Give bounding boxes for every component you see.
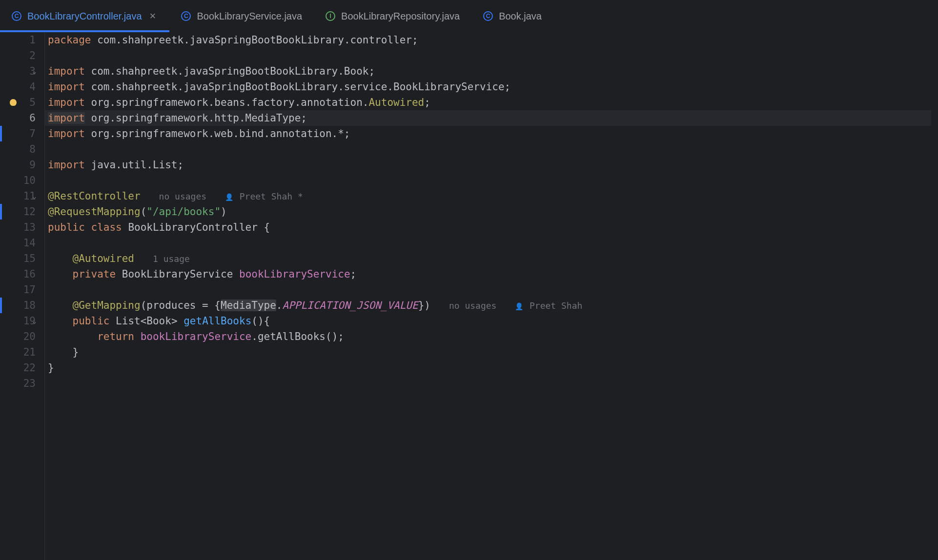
line-number[interactable]: 20 bbox=[0, 329, 36, 344]
line-number[interactable]: 16 bbox=[0, 266, 36, 282]
change-marker[interactable] bbox=[0, 204, 2, 220]
line-number[interactable]: 18 bbox=[0, 298, 36, 313]
lightbulb-icon[interactable] bbox=[10, 99, 17, 106]
tab-label: BookLibraryController.java bbox=[27, 11, 142, 22]
line-number[interactable]: 15 bbox=[0, 251, 36, 266]
code-line-4[interactable]: import com.shahpreetk.javaSpringBootBook… bbox=[48, 79, 938, 95]
line-number[interactable]: 4 bbox=[0, 79, 36, 95]
class-icon: C bbox=[483, 11, 493, 21]
line-number[interactable]: 22 bbox=[0, 360, 36, 376]
line-number[interactable]: 6 bbox=[0, 110, 36, 126]
code-line-3[interactable]: import com.shahpreetk.javaSpringBootBook… bbox=[48, 63, 938, 79]
class-icon: C bbox=[12, 11, 21, 21]
code-line-16[interactable]: private BookLibraryService bookLibrarySe… bbox=[48, 266, 938, 282]
code-line-18[interactable]: @GetMapping(produces = {MediaType.APPLIC… bbox=[48, 298, 938, 313]
tab-book-library-service[interactable]: C BookLibraryService.java bbox=[169, 0, 314, 32]
usages-hint[interactable]: no usages bbox=[159, 191, 207, 201]
chevron-down-icon[interactable]: ⌄ bbox=[33, 188, 37, 204]
code-line-10[interactable] bbox=[48, 173, 938, 188]
code-line-5[interactable]: import org.springframework.beans.factory… bbox=[48, 95, 938, 110]
code-line-12[interactable]: @RequestMapping("/api/books") bbox=[48, 204, 938, 220]
code-line-19[interactable]: public List<Book> getAllBooks(){ bbox=[48, 313, 938, 329]
right-margin bbox=[931, 32, 938, 560]
code-editor[interactable]: 123⌄4567891011⌄1213141516171819⌄20212223… bbox=[0, 32, 938, 560]
code-line-17[interactable] bbox=[48, 282, 938, 298]
code-line-2[interactable] bbox=[48, 48, 938, 63]
close-icon[interactable]: × bbox=[148, 11, 158, 21]
code-line-8[interactable] bbox=[48, 141, 938, 157]
line-number[interactable]: 3⌄ bbox=[0, 63, 36, 79]
line-number[interactable]: 8 bbox=[0, 141, 36, 157]
change-marker[interactable] bbox=[0, 126, 2, 141]
tab-label: Book.java bbox=[499, 11, 542, 22]
code-line-13[interactable]: public class BookLibraryController { bbox=[48, 220, 938, 235]
line-number[interactable]: 10 bbox=[0, 173, 36, 188]
tab-book[interactable]: C Book.java bbox=[471, 0, 553, 32]
code-line-6[interactable]: import org.springframework.http.MediaTyp… bbox=[45, 110, 938, 126]
line-number[interactable]: 2 bbox=[0, 48, 36, 63]
line-number[interactable]: 11⌄ bbox=[0, 188, 36, 204]
tab-label: BookLibraryRepository.java bbox=[341, 11, 460, 22]
tab-book-library-controller[interactable]: C BookLibraryController.java × bbox=[0, 0, 169, 32]
line-number[interactable]: 19⌄ bbox=[0, 313, 36, 329]
code-line-7[interactable]: import org.springframework.web.bind.anno… bbox=[48, 126, 938, 141]
change-marker[interactable] bbox=[0, 298, 2, 313]
author-icon: 👤 bbox=[515, 302, 523, 310]
line-number[interactable]: 7 bbox=[0, 126, 36, 141]
code-line-1[interactable]: package com.shahpreetk.javaSpringBootBoo… bbox=[48, 32, 938, 48]
code-line-9[interactable]: import java.util.List; bbox=[48, 157, 938, 173]
line-number[interactable]: 17 bbox=[0, 282, 36, 298]
code-line-14[interactable] bbox=[48, 235, 938, 251]
usages-hint[interactable]: no usages bbox=[449, 300, 497, 311]
editor-tabs: C BookLibraryController.java × C BookLib… bbox=[0, 0, 938, 32]
author-icon: 👤 bbox=[225, 193, 233, 201]
code-line-22[interactable]: } bbox=[48, 360, 938, 376]
code-line-23[interactable] bbox=[48, 376, 938, 391]
line-number[interactable]: 5 bbox=[0, 95, 36, 110]
chevron-down-icon[interactable]: ⌄ bbox=[33, 313, 37, 329]
line-number[interactable]: 21 bbox=[0, 344, 36, 360]
author-hint[interactable]: Preet Shah bbox=[530, 300, 582, 311]
code-line-20[interactable]: return bookLibraryService.getAllBooks(); bbox=[48, 329, 938, 344]
line-number[interactable]: 9 bbox=[0, 157, 36, 173]
tab-label: BookLibraryService.java bbox=[197, 11, 302, 22]
interface-icon: I bbox=[326, 11, 335, 21]
author-hint[interactable]: Preet Shah * bbox=[240, 191, 303, 201]
line-number[interactable]: 14 bbox=[0, 235, 36, 251]
line-number[interactable]: 13 bbox=[0, 220, 36, 235]
line-number[interactable]: 1 bbox=[0, 32, 36, 48]
line-number[interactable]: 23 bbox=[0, 376, 36, 391]
chevron-down-icon[interactable]: ⌄ bbox=[33, 63, 37, 79]
code-line-15[interactable]: @Autowired 1 usage bbox=[48, 251, 938, 266]
code-line-21[interactable]: } bbox=[48, 344, 938, 360]
gutter: 123⌄4567891011⌄1213141516171819⌄20212223 bbox=[0, 32, 45, 560]
code-area[interactable]: package com.shahpreetk.javaSpringBootBoo… bbox=[45, 32, 938, 560]
class-icon: C bbox=[181, 11, 191, 21]
usages-hint[interactable]: 1 usage bbox=[153, 254, 190, 264]
code-line-11[interactable]: @RestController no usages 👤 Preet Shah * bbox=[48, 188, 938, 204]
line-number[interactable]: 12 bbox=[0, 204, 36, 220]
tab-book-library-repository[interactable]: I BookLibraryRepository.java bbox=[314, 0, 471, 32]
